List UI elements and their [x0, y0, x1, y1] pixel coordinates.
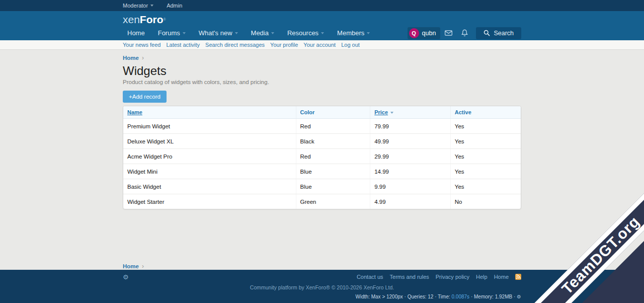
table-row[interactable]: Basic Widget Blue 9.99 Yes — [123, 179, 521, 194]
subnav-search-direct-messages[interactable]: Search direct messages — [205, 42, 265, 48]
subnav-your-account[interactable]: Your account — [303, 42, 336, 48]
style-chooser-button[interactable]: ⚙ — [123, 274, 129, 280]
footer-help[interactable]: Help — [476, 274, 488, 280]
column-header-active-label: Active — [455, 109, 471, 115]
chevron-down-icon — [367, 32, 370, 34]
chevron-down-icon — [321, 32, 324, 34]
rss-icon — [515, 274, 521, 280]
logo-xen: xen — [123, 14, 140, 25]
xenforo-logo[interactable]: xenForo® — [123, 11, 521, 26]
debug-gear-button[interactable]: ⚙ — [517, 294, 521, 299]
rss-button[interactable] — [515, 274, 521, 280]
envelope-icon — [445, 30, 452, 36]
column-header-color: Color — [296, 106, 370, 119]
footer-home[interactable]: Home — [494, 274, 509, 280]
main-header: xenForo® Home Forums What's new Media Re… — [0, 11, 644, 40]
gear-icon: ⚙ — [517, 294, 521, 299]
nav-tab-whats-new[interactable]: What's new — [192, 26, 245, 40]
page-content: Home› Widgets Product catalog of widgets… — [0, 50, 644, 270]
nav-tab-media-label: Media — [251, 29, 269, 37]
cell-color: Red — [296, 119, 370, 134]
footer-privacy-policy[interactable]: Privacy policy — [436, 274, 469, 280]
widgets-table: Name Color Price Active Premium Widget R… — [123, 106, 521, 209]
column-header-color-label: Color — [300, 109, 315, 115]
cell-price: 14.99 — [370, 164, 451, 179]
cell-color: Blue — [296, 164, 370, 179]
cell-active: Yes — [450, 179, 521, 194]
nav-tab-home-label: Home — [127, 29, 145, 37]
column-header-active: Active — [450, 106, 521, 119]
subnav-your-profile[interactable]: Your profile — [270, 42, 298, 48]
cell-active: No — [450, 194, 521, 209]
status-text: · Memory: 1.92MB · — [471, 294, 515, 299]
logo-trademark: ® — [164, 18, 166, 21]
sub-navigation: Your news feed Latest activity Search di… — [0, 40, 644, 50]
status-time: 0.0087s — [452, 294, 470, 299]
column-header-price[interactable]: Price — [370, 106, 451, 119]
subnav-news-feed[interactable]: Your news feed — [123, 42, 160, 48]
breadcrumb: Home› — [123, 54, 521, 61]
breadcrumb-home-link[interactable]: Home — [123, 263, 139, 269]
subnav-latest-activity[interactable]: Latest activity — [166, 42, 200, 48]
subnav-log-out[interactable]: Log out — [341, 42, 360, 48]
nav-tab-members[interactable]: Members — [331, 26, 376, 40]
chevron-right-icon: › — [142, 54, 144, 61]
main-nav: Home Forums What's new Media Resources M… — [123, 26, 521, 40]
inbox-button[interactable] — [440, 28, 457, 38]
cell-active: Yes — [450, 149, 521, 164]
nav-tab-members-label: Members — [337, 29, 364, 37]
bell-icon — [461, 29, 468, 37]
nav-tab-forums-label: Forums — [158, 29, 180, 37]
table-row[interactable]: Widget Starter Green 4.99 No — [123, 194, 521, 209]
search-button[interactable]: Search — [476, 27, 521, 39]
table-row[interactable]: Acme Widget Pro Red 29.99 Yes — [123, 149, 521, 164]
nav-tab-resources-label: Resources — [287, 29, 318, 37]
cell-name: Widget Mini — [123, 164, 296, 179]
moderator-bar: Moderator Admin — [0, 0, 644, 11]
cell-color: Black — [296, 134, 370, 149]
table-row[interactable]: Deluxe Widget XL Black 49.99 Yes — [123, 134, 521, 149]
table-row[interactable]: Widget Mini Blue 14.99 Yes — [123, 164, 521, 179]
add-record-button[interactable]: +Add record — [123, 91, 167, 103]
nav-tab-forums[interactable]: Forums — [151, 26, 192, 40]
username: qubn — [422, 30, 436, 37]
cell-active: Yes — [450, 164, 521, 179]
moderator-menu-label: Moderator — [123, 3, 148, 9]
admin-link[interactable]: Admin — [167, 3, 182, 9]
table-row[interactable]: Premium Widget Red 79.99 Yes — [123, 119, 521, 134]
cell-color: Red — [296, 149, 370, 164]
moderator-menu[interactable]: Moderator — [123, 3, 153, 9]
cell-name: Acme Widget Pro — [123, 149, 296, 164]
gear-icon: ⚙ — [123, 273, 129, 281]
page-subtitle: Product catalog of widgets with colors, … — [123, 79, 521, 85]
cell-price: 4.99 — [370, 194, 451, 209]
footer-contact-us[interactable]: Contact us — [357, 274, 383, 280]
logo-foro: Foro — [140, 14, 164, 25]
footer-terms-rules[interactable]: Terms and rules — [390, 274, 429, 280]
nav-tab-resources[interactable]: Resources — [281, 26, 331, 40]
cell-price: 79.99 — [370, 119, 451, 134]
nav-tab-home[interactable]: Home — [121, 26, 151, 40]
cell-active: Yes — [450, 119, 521, 134]
footer-links: Contact us Terms and rules Privacy polic… — [357, 274, 521, 280]
column-header-name-label: Name — [127, 109, 142, 115]
chevron-down-icon — [150, 5, 153, 7]
chevron-down-icon — [271, 32, 274, 34]
chevron-down-icon — [235, 32, 238, 34]
cell-price: 49.99 — [370, 134, 451, 149]
cell-name: Deluxe Widget XL — [123, 134, 296, 149]
status-text: Width: Max > 1200px · Queries: 12 · Time… — [356, 294, 450, 299]
nav-tab-whats-new-label: What's new — [199, 29, 232, 37]
chevron-right-icon: › — [142, 263, 144, 270]
alerts-button[interactable] — [457, 27, 472, 39]
account-menu[interactable]: Q qubn — [408, 27, 441, 39]
cell-name: Basic Widget — [123, 179, 296, 194]
column-header-name[interactable]: Name — [123, 106, 296, 119]
nav-tab-media[interactable]: Media — [245, 26, 281, 40]
cell-color: Green — [296, 194, 370, 209]
breadcrumb-bottom: Home› — [123, 263, 521, 270]
breadcrumb-home-link[interactable]: Home — [123, 55, 139, 61]
cell-price: 9.99 — [370, 179, 451, 194]
cell-price: 29.99 — [370, 149, 451, 164]
avatar: Q — [409, 28, 419, 38]
